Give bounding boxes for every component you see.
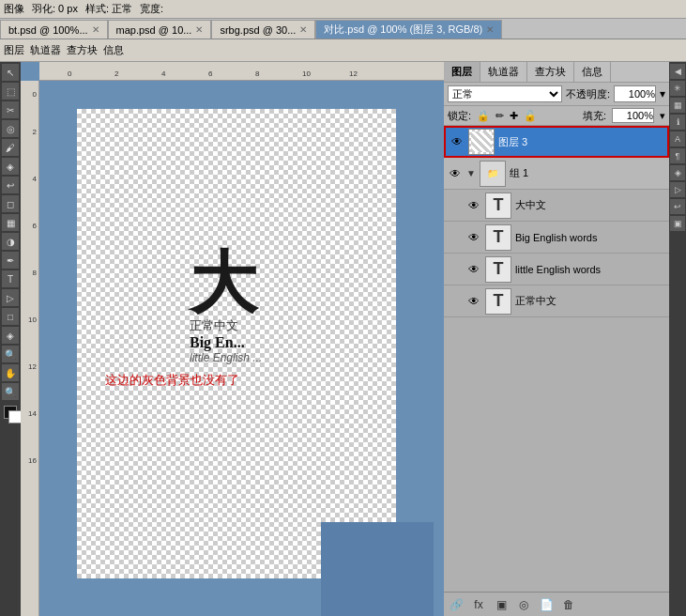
opacity-input[interactable] xyxy=(614,85,656,102)
big-english-thumbnail: T xyxy=(485,224,511,251)
tool-selection[interactable]: ↖ xyxy=(2,64,19,81)
tool-3d[interactable]: ◈ xyxy=(2,327,19,344)
menu-item-file[interactable]: 图像 xyxy=(4,2,24,16)
tool-fg-color[interactable] xyxy=(4,406,17,419)
little-english-thumbnail: T xyxy=(485,256,511,283)
panel-tab-layers[interactable]: 图层 xyxy=(444,62,480,82)
far-right-collapse[interactable]: ◀ xyxy=(670,64,685,79)
layer-item-big-english[interactable]: 👁 T Big English words xyxy=(444,222,669,254)
link-layers-icon[interactable]: 🔗 xyxy=(448,596,465,613)
tab-active[interactable]: 对比.psd @ 100% (图层 3, RGB/8) ✕ xyxy=(315,20,502,38)
normal-chinese-visibility-icon[interactable]: 👁 xyxy=(466,294,481,309)
far-right-actions[interactable]: ▣ xyxy=(670,216,685,231)
layers-list: 👁 图层 3 👁 ▼ 📁 组 1 👁 T 大中文 👁 xyxy=(444,126,669,592)
tool-type[interactable]: T xyxy=(2,270,19,287)
tab-map-close[interactable]: ✕ xyxy=(195,24,203,35)
far-right-info[interactable]: ℹ xyxy=(670,115,685,130)
menu-item-extra[interactable]: 宽度: xyxy=(140,2,163,16)
lock-move-icon[interactable]: ✚ xyxy=(510,110,518,122)
delete-layer-icon[interactable]: 🗑 xyxy=(560,596,577,613)
opacity-arrow[interactable]: ▾ xyxy=(660,87,665,100)
new-group-icon[interactable]: ◎ xyxy=(515,596,532,613)
tab-map[interactable]: map.psd @ 10... ✕ xyxy=(108,20,212,38)
tool-zoom[interactable]: 🔍 xyxy=(2,383,19,400)
blend-opacity-row: 正常 不透明度: ▾ xyxy=(444,83,669,106)
tool-eyedropper[interactable]: 🔍 xyxy=(2,346,19,362)
add-mask-icon[interactable]: ▣ xyxy=(493,596,510,613)
ruler-h-2: 2 xyxy=(114,69,118,78)
tool-shape[interactable]: □ xyxy=(2,308,19,325)
group1-name: 组 1 xyxy=(510,166,665,180)
opacity-label: 不透明度: xyxy=(566,87,610,101)
panel-tab-info-label: 信息 xyxy=(582,65,602,79)
tool-gradient[interactable]: ▦ xyxy=(2,214,19,231)
little-english-visibility-icon[interactable]: 👁 xyxy=(466,262,481,277)
layer-item-normal-chinese[interactable]: 👁 T 正常中文 xyxy=(444,285,669,317)
group1-visibility-icon[interactable]: 👁 xyxy=(448,166,463,181)
tool-path[interactable]: ▷ xyxy=(2,289,19,306)
tool-dodge[interactable]: ◑ xyxy=(2,233,19,250)
canvas-blue-shape xyxy=(321,522,434,616)
tool-brush[interactable]: 🖌 xyxy=(2,139,19,156)
ruler-h-12: 12 xyxy=(349,69,358,78)
ruler-h-0: 0 xyxy=(68,69,71,78)
ruler-h-6: 6 xyxy=(208,69,212,78)
panel-tab-paths[interactable]: 查方块 xyxy=(527,62,574,82)
layer-item-group1[interactable]: 👁 ▼ 📁 组 1 xyxy=(444,158,669,190)
group1-expand-icon[interactable]: ▼ xyxy=(466,168,476,178)
blend-mode-select[interactable]: 正常 xyxy=(448,85,562,102)
lock-position-icon[interactable]: 🔒 xyxy=(477,110,490,122)
tab-active-close[interactable]: ✕ xyxy=(486,24,494,35)
far-right-3d[interactable]: ◈ xyxy=(670,165,685,180)
tab-bt[interactable]: bt.psd @ 100%... ✕ xyxy=(0,20,108,38)
tool-stamp[interactable]: ◈ xyxy=(2,158,19,175)
layer3-thumbnail xyxy=(468,129,495,155)
toolbar-panel-label: 图层 xyxy=(4,43,24,57)
tool-pen[interactable]: ✒ xyxy=(2,252,19,269)
tool-eraser[interactable]: ◻ xyxy=(2,195,19,212)
panel-tab-paths-label: 查方块 xyxy=(535,65,566,79)
tool-crop[interactable]: ✂ xyxy=(2,101,19,118)
big-english-visibility-icon[interactable]: 👁 xyxy=(466,230,481,245)
tool-history[interactable]: ↩ xyxy=(2,177,19,193)
ruler-v-10: 10 xyxy=(28,316,37,324)
panel-bottom-toolbar: 🔗 fx ▣ ◎ 📄 🗑 xyxy=(444,592,669,616)
layer-item-big-chinese[interactable]: 👁 T 大中文 xyxy=(444,190,669,222)
far-right-para[interactable]: ¶ xyxy=(670,148,685,163)
tab-srbg-close[interactable]: ✕ xyxy=(299,24,307,35)
layer-item-layer3[interactable]: 👁 图层 3 xyxy=(444,126,669,158)
far-right-text[interactable]: A xyxy=(670,131,685,146)
far-right-brush[interactable]: ✳ xyxy=(670,81,685,96)
ruler-v-2: 2 xyxy=(33,128,37,136)
toolbar: 图层 轨道器 查方块 信息 xyxy=(0,39,686,62)
far-right-adjust[interactable]: ▦ xyxy=(670,98,685,113)
menu-item-edit[interactable]: 羽化: 0 px xyxy=(32,2,78,16)
panel-tab-channels-label: 轨道器 xyxy=(488,65,519,79)
panel-tab-channels[interactable]: 轨道器 xyxy=(480,62,527,82)
fill-arrow[interactable]: ▾ xyxy=(660,110,665,122)
lock-all-icon[interactable]: 🔓 xyxy=(524,110,537,122)
panel-tab-info[interactable]: 信息 xyxy=(574,62,611,82)
layer3-visibility-icon[interactable]: 👁 xyxy=(450,134,465,149)
far-right-motion[interactable]: ▷ xyxy=(670,182,685,197)
lock-pixel-icon[interactable]: ✏ xyxy=(495,110,504,122)
tab-bt-close[interactable]: ✕ xyxy=(92,24,99,35)
new-layer-icon[interactable]: 📄 xyxy=(538,596,555,613)
main-area: ↖ ⬚ ✂ ◎ 🖌 ◈ ↩ ◻ ▦ ◑ ✒ T ▷ □ ◈ 🔍 ✋ 🔍 0 2 … xyxy=(0,62,686,616)
fill-input[interactable] xyxy=(612,108,654,123)
little-english-name: little English words xyxy=(515,264,665,275)
ruler-horizontal: 0 2 4 6 8 10 12 xyxy=(39,62,444,81)
ruler-v-14: 14 xyxy=(28,409,37,418)
toolbar-history-label: 查方块 xyxy=(67,43,98,57)
big-chinese-visibility-icon[interactable]: 👁 xyxy=(466,198,481,213)
menu-item-style[interactable]: 样式: 正常 xyxy=(85,2,132,16)
tool-lasso[interactable]: ⬚ xyxy=(2,83,19,100)
layer-item-little-english[interactable]: 👁 T little English words xyxy=(444,254,669,285)
tab-srbg[interactable]: srbg.psd @ 30... ✕ xyxy=(211,20,315,38)
toolbar-info-label: 信息 xyxy=(103,43,124,57)
tool-navigate[interactable]: ✋ xyxy=(2,364,19,381)
far-right-history2[interactable]: ↩ xyxy=(670,199,685,214)
fx-icon[interactable]: fx xyxy=(470,596,487,613)
tool-spot[interactable]: ◎ xyxy=(2,120,19,137)
big-english-name: Big English words xyxy=(515,232,665,243)
